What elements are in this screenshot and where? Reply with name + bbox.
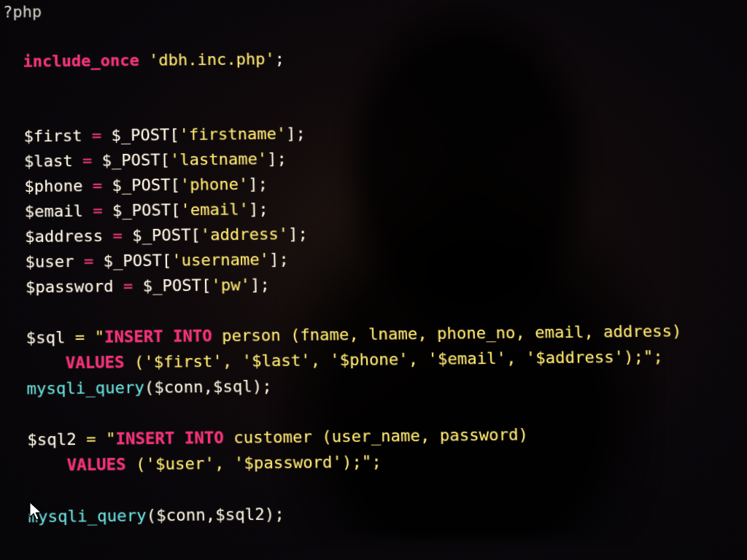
- var-phone: $phone: [24, 176, 82, 195]
- sql-person-values: ('$first', '$last', '$phone', '$email', …: [124, 347, 663, 371]
- indent: [8, 456, 67, 475]
- post-close: ];: [249, 200, 268, 219]
- sql-customer-cols: customer (user_name, password): [223, 425, 528, 447]
- mysqli-query-fn: mysqli_query: [28, 506, 146, 526]
- key-email: 'email': [180, 200, 249, 219]
- mysqli-args-1: ($conn,$sql);: [144, 377, 272, 397]
- semicolon: ;: [274, 50, 285, 68]
- sql-customer-values: ('$user', '$password');";: [125, 452, 382, 474]
- mysqli-args-2: ($conn,$sql2);: [146, 505, 285, 525]
- equals: =: [82, 126, 111, 145]
- post-open: $_POST[: [101, 150, 170, 169]
- post-close: ];: [269, 250, 289, 269]
- values-keyword: VALUES: [66, 353, 125, 373]
- post-open: $_POST[: [142, 276, 211, 295]
- post-open: $_POST[: [112, 201, 181, 219]
- sql-open-quote: = ": [77, 429, 116, 448]
- post-close: ];: [250, 275, 270, 294]
- indent: [7, 354, 66, 373]
- key-pw: 'pw': [211, 276, 250, 295]
- var-address: $address: [25, 227, 103, 246]
- post-open: $_POST[: [103, 251, 171, 270]
- include-file-string: 'dbh.inc.php': [149, 50, 275, 69]
- key-lastname: 'lastname': [170, 149, 268, 169]
- equals: =: [74, 252, 103, 271]
- key-firstname: 'firstname': [179, 124, 286, 144]
- var-user: $user: [25, 252, 74, 271]
- key-username: 'username': [171, 250, 269, 270]
- include-once-keyword: include_once: [23, 51, 139, 71]
- var-last: $last: [24, 152, 73, 171]
- post-open: $_POST[: [111, 125, 179, 144]
- post-close: ];: [286, 124, 306, 142]
- post-close: ];: [248, 174, 268, 193]
- var-email: $email: [25, 201, 83, 220]
- mysqli-query-fn: mysqli_query: [26, 378, 144, 397]
- key-address: 'address': [201, 225, 289, 244]
- var-first: $first: [23, 126, 82, 145]
- equals: =: [103, 226, 132, 245]
- var-password: $password: [26, 277, 114, 297]
- equals: =: [83, 201, 112, 220]
- insert-into-keyword: INSERT INTO: [104, 327, 212, 346]
- var-sql: $sql: [26, 328, 66, 347]
- equals: =: [113, 276, 143, 295]
- sql-person-cols: person (fname, lname, phone_no, email, a…: [212, 322, 681, 345]
- post-close: ];: [267, 149, 287, 168]
- post-open: $_POST[: [112, 176, 180, 195]
- php-source-code: ?php include_once 'dbh.inc.php'; $first …: [0, 0, 692, 560]
- insert-into-keyword: INSERT INTO: [115, 428, 224, 448]
- editor-screenshot: ?php include_once 'dbh.inc.php'; $first …: [0, 0, 747, 560]
- equals: =: [72, 151, 101, 170]
- key-phone: 'phone': [180, 175, 249, 194]
- values-keyword: VALUES: [66, 455, 125, 475]
- post-open: $_POST[: [132, 225, 201, 244]
- php-open-tag: ?php: [3, 2, 42, 21]
- equals: =: [82, 176, 112, 195]
- post-close: ];: [288, 225, 308, 244]
- sql-open-quote: = ": [65, 327, 104, 346]
- var-sql2: $sql2: [27, 429, 77, 449]
